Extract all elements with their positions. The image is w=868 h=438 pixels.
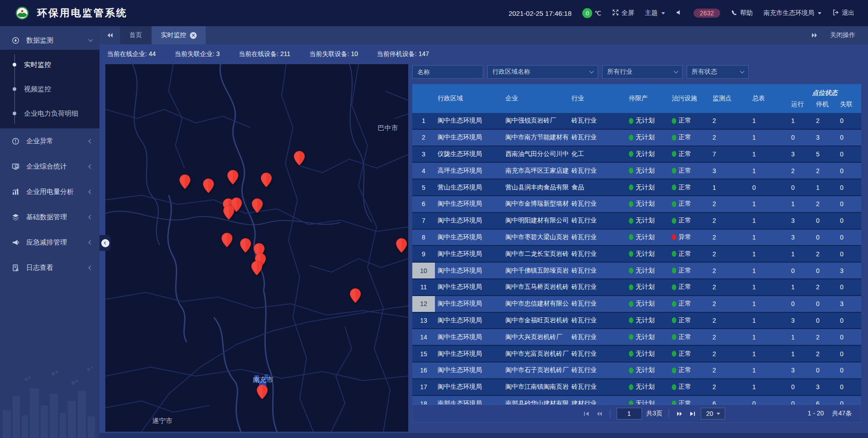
table-row[interactable]: 3仪陇生态环境局西南油气田分公司川中化工无计划正常71350 xyxy=(412,146,861,163)
table-row[interactable]: 12阆中生态环境局阆中市忠信建材有限公砖瓦行业无计划正常21003 xyxy=(412,296,861,313)
cell-company: 南充市高坪区王家店建 xyxy=(503,163,569,179)
chevron-down-icon xyxy=(674,69,679,74)
range-label: 1 - 20 xyxy=(808,410,824,418)
map-pin[interactable] xyxy=(251,261,262,277)
table-row[interactable]: 7阆中生态环境局阆中明阳建材有限公司砖瓦行业无计划正常21300 xyxy=(412,213,861,230)
map-pin[interactable] xyxy=(179,174,190,191)
logout-button[interactable]: 退出 xyxy=(832,9,854,17)
bottom-strip xyxy=(99,433,868,438)
cell-monitor-points: 2 xyxy=(710,296,750,312)
map-pin[interactable] xyxy=(222,233,232,249)
sidebar-subitem[interactable]: 企业电力负荷明细 xyxy=(0,101,99,126)
map-pin[interactable] xyxy=(261,173,272,189)
first-page-button[interactable] xyxy=(582,410,590,418)
help-button[interactable]: 帮助 xyxy=(731,9,753,17)
industry-filter-select[interactable]: 所有行业 xyxy=(602,65,683,79)
chevron-left-icon xyxy=(89,139,93,143)
row-index: 1 xyxy=(412,113,435,129)
table-row[interactable]: 9阆中生态环境局阆中市二龙长宝页岩砖砖瓦行业无计划正常21120 xyxy=(412,246,861,263)
cell-running: 0 xyxy=(788,296,813,312)
table-row[interactable]: 2阆中生态环境局阆中市南方节能建材有砖瓦行业无计划正常21030 xyxy=(412,130,861,146)
table-row[interactable]: 1阆中生态环境局阆中强锐页岩砖厂砖瓦行业无计划正常21120 xyxy=(412,113,861,130)
cell-company: 阆中市江南镇阆南页岩 xyxy=(503,379,569,395)
region-filter-select[interactable]: 行政区域名称 xyxy=(487,65,598,79)
sidebar-collapse-button[interactable] xyxy=(99,235,111,251)
theme-dropdown[interactable]: 主题 xyxy=(645,9,665,17)
prev-page-button[interactable] xyxy=(595,410,603,418)
chevron-down-icon xyxy=(818,12,821,14)
cell-stopped: 0 xyxy=(813,296,837,312)
sidebar-item-data-monitor[interactable]: 数据监测 xyxy=(0,26,99,50)
map-pin[interactable] xyxy=(257,385,268,401)
map-pin[interactable] xyxy=(223,205,234,221)
table-row[interactable]: 10阆中生态环境局阆中千佛镇五郎垭页岩砖瓦行业无计划正常21003 xyxy=(412,263,861,279)
table-row[interactable]: 14阆中生态环境局阆中大兴页岩机砖厂砖瓦行业无计划正常21120 xyxy=(412,329,861,346)
tabs-scroll-left-button[interactable] xyxy=(99,26,120,44)
cell-region: 阆中生态环境局 xyxy=(435,346,503,362)
table-row[interactable]: 16阆中生态环境局阆中市石子页岩机砖厂砖瓦行业无计划正常21300 xyxy=(412,363,861,379)
table-row[interactable]: 11阆中生态环境局阆中市五马桥页岩机砖砖瓦行业无计划正常21120 xyxy=(412,279,861,296)
page-number-input[interactable]: 1 xyxy=(616,408,642,419)
map-pin[interactable] xyxy=(294,151,305,167)
alarm-count-badge[interactable]: 2632 xyxy=(693,9,720,18)
chevron-down-icon xyxy=(661,12,665,14)
table-row[interactable]: 8阆中生态环境局阆中市枣碧大梁山页岩砖瓦行业无计划异常21300 xyxy=(412,230,861,246)
cell-total-meters: 1 xyxy=(750,196,788,212)
column-subheader: 失联 xyxy=(837,100,861,108)
map-pin[interactable] xyxy=(396,238,407,254)
tab-实时监控[interactable]: 实时监控✕ xyxy=(152,26,206,44)
tab-首页[interactable]: 首页 xyxy=(120,26,151,44)
status-filter-select[interactable]: 所有状态 xyxy=(687,65,749,79)
column-header: 企业 xyxy=(503,84,569,113)
cell-industry: 食品 xyxy=(569,179,626,195)
table-row[interactable]: 6阆中生态环境局阆中市金博瑞新型墙材砖瓦行业无计划正常21120 xyxy=(412,196,861,213)
map-pin[interactable] xyxy=(240,238,251,254)
map-pin[interactable] xyxy=(227,170,238,186)
cell-facility-status: 正常 xyxy=(669,329,710,345)
table-row[interactable]: 13阆中生态环境局阆中市金福旺页岩机砖砖瓦行业无计划正常21300 xyxy=(412,313,861,330)
mute-button[interactable] xyxy=(676,9,683,17)
close-icon[interactable]: ✕ xyxy=(190,32,197,39)
cell-industry: 砖瓦行业 xyxy=(569,213,626,229)
cell-industry: 建材行业 xyxy=(569,396,626,405)
table-row[interactable]: 18南部生态环境局南部县砂华山建材有限建材行业无计划正常60060 xyxy=(412,396,861,405)
cell-stopped: 0 xyxy=(813,263,837,278)
table-row[interactable]: 4高坪生态环境局南充市高坪区王家店建砖瓦行业无计划正常31220 xyxy=(412,163,861,179)
sidebar-item-company-abnormal[interactable]: 企业异常 xyxy=(0,128,99,154)
row-index: 6 xyxy=(412,196,435,212)
cell-total-meters: 1 xyxy=(750,213,788,229)
cell-monitor-points: 2 xyxy=(710,379,750,395)
user-dropdown[interactable]: 南充市生态环境局 xyxy=(764,9,821,17)
cell-limit-status: 无计划 xyxy=(626,296,669,312)
table-row[interactable]: 17阆中生态环境局阆中市江南镇阆南页岩砖瓦行业无计划正常21030 xyxy=(412,379,861,396)
sidebar-item-company-statistics[interactable]: 企业综合统计 xyxy=(0,154,99,179)
cell-facility-status: 正常 xyxy=(669,146,710,162)
sidebar-subitem[interactable]: 视频监控 xyxy=(0,77,99,101)
cell-monitor-points: 2 xyxy=(710,113,750,129)
page-size-select[interactable]: 20 xyxy=(701,408,725,419)
sidebar-item-log-view[interactable]: 日志查看 xyxy=(0,255,99,280)
sidebar-item-power-analysis[interactable]: 企业用电量分析 xyxy=(0,179,99,204)
close-operations-dropdown[interactable]: 关闭操作 xyxy=(830,31,855,39)
sidebar-item-base-data[interactable]: 基础数据管理 xyxy=(0,204,99,230)
cell-offline: 0 xyxy=(837,329,861,345)
map-pin[interactable] xyxy=(350,288,361,305)
name-filter-input[interactable] xyxy=(412,65,483,79)
cell-region: 阆中生态环境局 xyxy=(435,313,503,329)
cell-limit-status: 无计划 xyxy=(626,113,669,129)
tabs-scroll-right-button[interactable] xyxy=(811,32,818,39)
row-index: 11 xyxy=(412,279,435,295)
map-pin[interactable] xyxy=(203,179,214,195)
table-row[interactable]: 15阆中生态环境局阆中市光富页岩机砖厂砖瓦行业无计划正常21120 xyxy=(412,346,861,363)
map-panel[interactable]: 巴中市南充市遂宁市 xyxy=(105,64,408,432)
cell-offline: 0 xyxy=(837,246,861,262)
map-pin[interactable] xyxy=(252,198,263,215)
sidebar-subitem[interactable]: 实时监控 xyxy=(0,52,99,77)
table-row[interactable]: 5营山生态环境局营山县润丰肉食品有限食品无计划正常10010 xyxy=(412,179,861,196)
sidebar-item-emergency-reduction[interactable]: 应急减排管理 xyxy=(0,230,99,255)
cell-running: 3 xyxy=(788,313,813,329)
last-page-button[interactable] xyxy=(688,410,696,418)
fullscreen-button[interactable]: 全屏 xyxy=(612,9,634,17)
cell-region: 仪陇生态环境局 xyxy=(435,146,503,162)
next-page-button[interactable] xyxy=(675,410,684,418)
